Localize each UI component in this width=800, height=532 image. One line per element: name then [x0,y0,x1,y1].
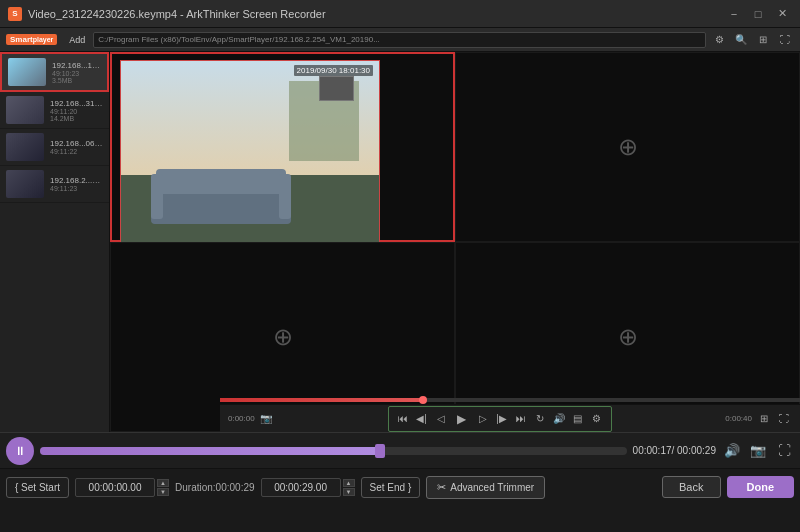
scissors-icon: ✂ [437,481,446,494]
loop-btn[interactable]: ↻ [532,411,548,427]
set-end-button[interactable]: Set End } [361,477,421,498]
file-meta-1: 49:11:22 [50,148,103,155]
fullscreen-icon[interactable]: ⛶ [776,31,794,49]
main-content: 192.168...1736.dav 49:10:23 3.5MB 192.16… [0,52,800,432]
list-item[interactable]: 192.168...1736.dav 49:10:23 3.5MB [0,52,109,92]
end-time-up[interactable]: ▲ [343,479,355,487]
video-cell-top-left[interactable]: 2019/09/30 18:01:30 (4621) [110,52,455,242]
step-back-btn[interactable]: ◁ [433,411,449,427]
window-title: Video_231224230226.keymp4 - ArkThinker S… [28,8,326,20]
timeline-right-controls: 00:00:17/ 00:00:29 🔊 📷 ⛶ [633,441,794,461]
settings-icon[interactable]: ⚙ [710,31,728,49]
title-bar-controls: − □ ✕ [724,4,792,24]
filename: 192.168...0611.mp4 [50,139,103,148]
start-time-input-group: ▲ ▼ [75,478,169,497]
toolbar: Smartplayer Add C:/Program Files (x86)/T… [0,28,800,52]
file-info: 192.168...3152.dav 49:11:20 14.2MB [50,99,103,122]
path-bar: C:/Program Files (x86)/ToolEnv/App/Smart… [93,32,706,48]
filename: 192.168...3152.dav [50,99,103,108]
fullscreen-icon-btn[interactable]: ⛶ [774,441,794,461]
fullscreen-btn[interactable]: ⛶ [776,411,792,427]
prev-frame-btn[interactable]: ◀| [414,411,430,427]
duration-label: Duration:00:00:29 [175,482,255,493]
thumbnail [6,170,44,198]
timeline-row: ⏸ 00:00:17/ 00:00:29 🔊 📷 ⛶ [0,433,800,469]
video-frame: 2019/09/30 18:01:30 (4621) [120,60,380,270]
end-time-input[interactable] [261,478,341,497]
camera-icon-btn[interactable]: 📷 [748,441,768,461]
play-button[interactable]: ▶ [452,409,472,429]
next-frame-btn[interactable]: |▶ [494,411,510,427]
start-time-up[interactable]: ▲ [157,479,169,487]
start-time-input[interactable] [75,478,155,497]
thumbnail [6,133,44,161]
video-controls-bar: 0:00:00 📷 ⏮ ◀| ◁ ▶ ▷ |▶ ⏭ ↻ 🔊 ▤ ⚙ 0:00:4… [220,404,800,432]
thumbnail [6,96,44,124]
app-logo: Smartplayer [6,34,57,45]
snapshot-btn[interactable]: 📷 [258,411,274,427]
end-time-down[interactable]: ▼ [343,488,355,496]
monitor [319,76,354,101]
file-meta-2: 3.5MB [52,77,101,84]
file-sidebar: 192.168...1736.dav 49:10:23 3.5MB 192.16… [0,52,110,432]
video-grid: 2019/09/30 18:01:30 (4621) ⊕ ⊕ ⊕ 0:00:00 [110,52,800,432]
maximize-button[interactable]: □ [748,4,768,24]
file-meta-1: 49:11:20 [50,108,103,115]
time-counter: 00:00:17/ 00:00:29 [633,445,716,456]
crosshair-icon: ⊕ [273,323,293,351]
end-time-input-group: ▲ ▼ [261,478,355,497]
filename: 192.168...1736.dav [52,61,101,70]
close-button[interactable]: ✕ [772,4,792,24]
file-info: 192.168.2...42116.avi 49:11:23 [50,176,103,192]
timeline-thumb[interactable] [375,444,385,458]
list-item[interactable]: 192.168.2...42116.avi 49:11:23 [0,166,109,203]
app-icon: S [8,7,22,21]
video-progress-thumb [419,396,427,404]
search-icon[interactable]: 🔍 [732,31,750,49]
skip-to-start-btn[interactable]: ⏮ [395,411,411,427]
timeline-progress [40,447,380,455]
video-cell-top-right[interactable]: ⊕ [455,52,800,242]
title-bar: S Video_231224230226.keymp4 - ArkThinker… [0,0,800,28]
bottom-controls: ⏸ 00:00:17/ 00:00:29 🔊 📷 ⛶ { Set Start ▲… [0,432,800,524]
advanced-trimmer-button[interactable]: ✂ Advanced Trimmer [426,476,545,499]
video-content: 2019/09/30 18:01:30 (4621) [121,61,379,269]
title-bar-left: S Video_231224230226.keymp4 - ArkThinker… [8,7,326,21]
vc-left-controls: 0:00:00 📷 [228,411,274,427]
crosshair-icon: ⊕ [618,133,638,161]
file-meta-1: 49:10:23 [52,70,101,77]
minimize-button[interactable]: − [724,4,744,24]
time-end: 0:00:40 [725,414,752,423]
filename: 192.168.2...42116.avi [50,176,103,185]
list-item[interactable]: 192.168...3152.dav 49:11:20 14.2MB [0,92,109,129]
step-fwd-btn[interactable]: ▷ [475,411,491,427]
start-time-down[interactable]: ▼ [157,488,169,496]
sofa [151,169,291,239]
timeline-track[interactable] [40,447,627,455]
grid-icon[interactable]: ⊞ [754,31,772,49]
volume-icon-btn[interactable]: 🔊 [722,441,742,461]
grid-layout-btn[interactable]: ⊞ [756,411,772,427]
settings-btn[interactable]: ⚙ [589,411,605,427]
file-meta-1: 49:11:23 [50,185,103,192]
time-start: 0:00:00 [228,414,255,423]
add-button[interactable]: Add [65,31,89,49]
vc-center-controls: ⏮ ◀| ◁ ▶ ▷ |▶ ⏭ ↻ 🔊 ▤ ⚙ [388,406,612,432]
list-item[interactable]: 192.168...0611.mp4 49:11:22 [0,129,109,166]
effects-btn[interactable]: ▤ [570,411,586,427]
file-meta-2: 14.2MB [50,115,103,122]
volume-btn[interactable]: 🔊 [551,411,567,427]
main-play-pause-button[interactable]: ⏸ [6,437,34,465]
start-time-spinner: ▲ ▼ [157,479,169,496]
done-button[interactable]: Done [727,476,795,498]
video-progress-bar[interactable] [220,398,800,402]
skip-to-end-btn[interactable]: ⏭ [513,411,529,427]
set-start-button[interactable]: { Set Start [6,477,69,498]
file-info: 192.168...1736.dav 49:10:23 3.5MB [52,61,101,84]
video-progress-fill [220,398,423,402]
action-row: { Set Start ▲ ▼ Duration:00:00:29 ▲ ▼ Se… [0,469,800,505]
back-button[interactable]: Back [662,476,720,498]
file-info: 192.168...0611.mp4 49:11:22 [50,139,103,155]
thumbnail [8,58,46,86]
vc-right-controls: 0:00:40 ⊞ ⛶ [725,411,792,427]
